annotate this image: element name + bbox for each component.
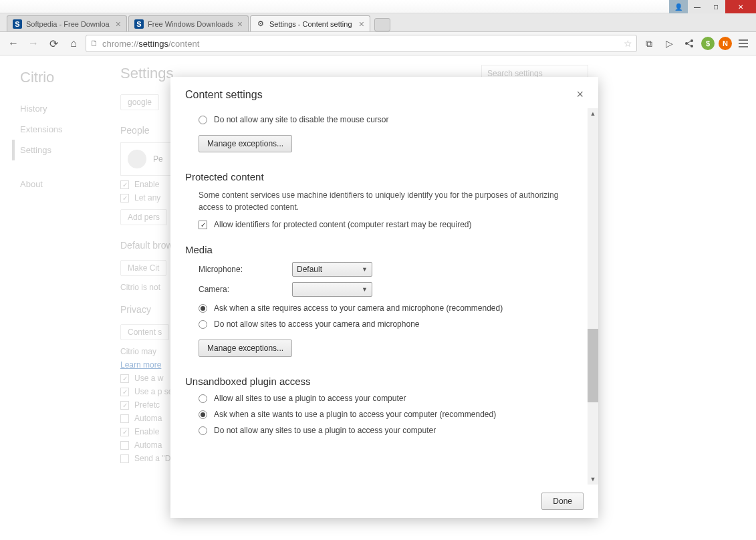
protected-content-heading: Protected content bbox=[185, 171, 584, 182]
priv-opt-label: Automa bbox=[134, 440, 162, 450]
media-ask-radio[interactable]: Ask when a site requires access to your … bbox=[199, 303, 584, 313]
avatar-icon bbox=[128, 150, 146, 168]
sidebar-item-about[interactable]: About bbox=[20, 174, 100, 194]
checkbox-icon[interactable]: ✓ bbox=[120, 374, 129, 383]
share-icon[interactable] bbox=[681, 35, 697, 51]
chevron-down-icon: ▼ bbox=[362, 266, 368, 273]
checkbox-label: Allow identifiers for protected content … bbox=[214, 220, 472, 229]
settings-sidebar: Citrio History Extensions Settings About bbox=[0, 55, 107, 540]
add-person-button[interactable]: Add pers bbox=[120, 209, 167, 225]
checkbox-icon[interactable]: ✓ bbox=[120, 180, 129, 189]
tab-settings[interactable]: ⚙ Settings - Content setting × bbox=[250, 15, 370, 31]
microphone-row: Microphone: Default ▼ bbox=[199, 262, 584, 277]
camera-row: Camera: ▼ bbox=[199, 282, 584, 297]
startup-google-button[interactable]: google bbox=[120, 94, 159, 110]
svg-line-4 bbox=[686, 43, 692, 46]
download-icon[interactable]: ⧉ bbox=[641, 35, 657, 51]
radio-label: Allow all sites to use a plugin to acces… bbox=[214, 394, 406, 403]
checkbox-icon[interactable]: ✓ bbox=[120, 428, 129, 436]
checkbox-icon bbox=[199, 221, 207, 229]
chevron-down-icon: ▼ bbox=[362, 286, 368, 293]
scroll-up-icon[interactable]: ▲ bbox=[588, 108, 598, 119]
let-anyone-label: Let any bbox=[134, 193, 160, 202]
priv-opt-label: Use a w bbox=[134, 374, 163, 383]
radio-label: Do not allow any sites to use a plugin t… bbox=[214, 426, 436, 435]
priv-opt-label: Enable bbox=[134, 427, 159, 436]
extension-n-icon[interactable]: N bbox=[719, 37, 732, 50]
back-button[interactable]: ← bbox=[5, 35, 21, 51]
done-button[interactable]: Done bbox=[541, 493, 584, 510]
protected-content-desc: Some content services use machine identi… bbox=[199, 189, 584, 213]
bookmark-star-icon[interactable]: ☆ bbox=[624, 38, 632, 49]
checkbox-icon[interactable] bbox=[120, 414, 129, 423]
radio-icon bbox=[199, 394, 207, 403]
manage-exceptions-button[interactable]: Manage exceptions... bbox=[199, 135, 292, 152]
dialog-body: Do not allow any site to disable the mou… bbox=[170, 108, 598, 485]
window-close-button[interactable]: ✕ bbox=[725, 0, 756, 13]
radio-label: Do not allow any site to disable the mou… bbox=[214, 115, 388, 124]
reload-button[interactable]: ⟳ bbox=[45, 35, 61, 51]
checkbox-icon[interactable] bbox=[120, 454, 129, 463]
checkbox-icon[interactable] bbox=[120, 441, 129, 450]
scrollbar-track[interactable]: ▲ ▼ bbox=[588, 108, 598, 485]
cursor-disable-radio[interactable]: Do not allow any site to disable the mou… bbox=[199, 115, 584, 124]
tab-softpedia[interactable]: S Softpedia - Free Downloa × bbox=[7, 15, 127, 31]
media-heading: Media bbox=[185, 244, 584, 255]
radio-icon bbox=[199, 426, 207, 435]
radio-icon bbox=[199, 320, 207, 329]
plugin-allow-radio[interactable]: Allow all sites to use a plugin to acces… bbox=[199, 394, 584, 403]
scrollbar-thumb[interactable] bbox=[588, 329, 598, 402]
user-menu-button[interactable]: 👤 bbox=[669, 0, 688, 13]
tab-close-icon[interactable]: × bbox=[237, 19, 243, 29]
dialog-close-button[interactable]: × bbox=[576, 88, 584, 102]
tab-free-windows[interactable]: S Free Windows Downloads × bbox=[128, 15, 249, 31]
tab-title: Settings - Content setting bbox=[269, 20, 355, 28]
extension-dollar-icon[interactable]: $ bbox=[701, 37, 715, 50]
url-text: chrome://settings/content bbox=[102, 39, 620, 49]
tab-title: Free Windows Downloads bbox=[148, 20, 233, 28]
checkbox-icon[interactable]: ✓ bbox=[120, 388, 129, 396]
softpedia-favicon-icon: S bbox=[134, 19, 144, 29]
tab-close-icon[interactable]: × bbox=[359, 19, 364, 29]
tab-title: Softpedia - Free Downloa bbox=[26, 20, 112, 28]
brand-label: Citrio bbox=[20, 69, 100, 86]
play-icon[interactable]: ▷ bbox=[661, 35, 677, 51]
window-minimize-button[interactable]: — bbox=[688, 0, 707, 13]
sidebar-item-extensions[interactable]: Extensions bbox=[20, 119, 100, 140]
camera-label: Camera: bbox=[199, 285, 279, 294]
plugin-deny-radio[interactable]: Do not allow any sites to use a plugin t… bbox=[199, 426, 584, 435]
learn-more-link[interactable]: Learn more bbox=[120, 360, 161, 370]
radio-label: Ask when a site requires access to your … bbox=[214, 303, 503, 313]
person-label: Pe bbox=[153, 154, 163, 164]
enable-guest-label: Enable bbox=[134, 180, 159, 189]
window-maximize-button[interactable]: □ bbox=[707, 0, 725, 13]
make-default-button[interactable]: Make Cit bbox=[120, 260, 166, 276]
camera-select[interactable]: ▼ bbox=[292, 282, 372, 297]
new-tab-button[interactable] bbox=[374, 18, 390, 31]
dialog-title: Content settings bbox=[185, 89, 263, 101]
sidebar-item-settings[interactable]: Settings bbox=[12, 140, 100, 160]
manage-exceptions-button[interactable]: Manage exceptions... bbox=[199, 340, 292, 357]
hamburger-menu-icon[interactable] bbox=[736, 39, 751, 47]
home-button[interactable]: ⌂ bbox=[66, 35, 82, 51]
plugin-heading: Unsandboxed plugin access bbox=[185, 376, 584, 387]
dialog-footer: Done bbox=[170, 485, 598, 518]
scroll-down-icon[interactable]: ▼ bbox=[588, 474, 598, 485]
content-settings-button[interactable]: Content s bbox=[120, 324, 169, 340]
microphone-select[interactable]: Default ▼ bbox=[292, 262, 372, 277]
protected-identifiers-checkbox[interactable]: Allow identifiers for protected content … bbox=[199, 220, 584, 229]
content-settings-dialog: Content settings × Do not allow any site… bbox=[170, 77, 598, 518]
tab-close-icon[interactable]: × bbox=[116, 19, 121, 29]
radio-icon bbox=[199, 410, 207, 419]
checkbox-icon[interactable]: ✓ bbox=[120, 401, 129, 410]
browser-toolbar: ← → ⟳ ⌂ 🗋 chrome://settings/content ☆ ⧉ … bbox=[0, 32, 756, 55]
plugin-ask-radio[interactable]: Ask when a site wants to use a plugin to… bbox=[199, 410, 584, 419]
gear-icon: ⚙ bbox=[256, 19, 265, 29]
priv-opt-label: Automa bbox=[134, 414, 162, 423]
address-bar[interactable]: 🗋 chrome://settings/content ☆ bbox=[86, 35, 637, 52]
media-deny-radio[interactable]: Do not allow sites to access your camera… bbox=[199, 319, 584, 329]
radio-icon bbox=[199, 304, 207, 313]
checkbox-icon[interactable]: ✓ bbox=[120, 194, 129, 202]
forward-button[interactable]: → bbox=[25, 35, 41, 51]
sidebar-item-history[interactable]: History bbox=[20, 98, 100, 119]
